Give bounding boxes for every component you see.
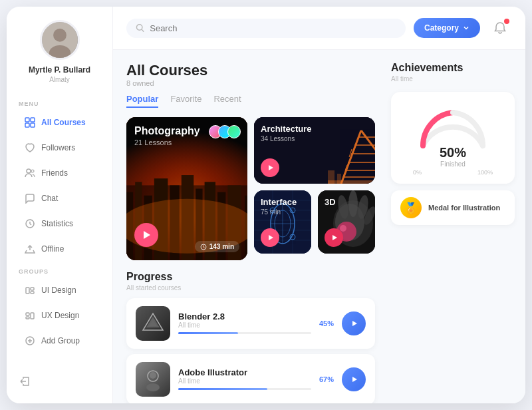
achievements-subtitle: All time — [391, 75, 515, 83]
sidebar-item-followers[interactable]: Followers — [12, 136, 107, 160]
sidebar-item-add-group[interactable]: Add Group — [12, 329, 107, 353]
adobe-play-button[interactable] — [342, 367, 366, 391]
add-group-icon — [24, 335, 36, 347]
sidebar-item-friends[interactable]: Friends — [12, 161, 107, 185]
svg-rect-13 — [26, 313, 29, 315]
blender-sub: All time — [178, 321, 311, 329]
notification-dot — [504, 19, 509, 24]
bottom-small-cards: Interface 75 min — [254, 190, 375, 254]
heart-icon — [24, 142, 36, 154]
arch-play-button[interactable] — [261, 158, 279, 177]
search-bar[interactable] — [126, 19, 406, 38]
interface-lessons: 75 min — [261, 208, 305, 216]
user-name: Myrtle P. Bullard — [29, 65, 90, 75]
arch-title: Architecture — [261, 124, 368, 134]
play-button[interactable] — [134, 223, 158, 247]
user-location: Almaty — [49, 76, 70, 83]
3d-card-content: 3D — [318, 190, 375, 254]
achievements-section: Achievements All time 50% Finished 0% — [386, 50, 525, 403]
tab-recent[interactable]: Recent — [213, 94, 241, 108]
category-button[interactable]: Category — [414, 18, 480, 38]
svg-rect-10 — [26, 288, 29, 294]
svg-rect-12 — [31, 292, 34, 294]
progress-card-adobe: Adobe Illustrator All time 67% — [126, 354, 375, 403]
blender-progress-track — [178, 332, 311, 334]
small-cards-column: Architecture 34 Lessons — [254, 117, 375, 254]
app-container: Myrtle P. Bullard Almaty Menu All Course… — [7, 7, 525, 403]
sidebar-item-chat[interactable]: Chat — [12, 186, 107, 210]
course-card-3d[interactable]: 3D — [318, 190, 375, 254]
notification-button[interactable] — [488, 16, 512, 40]
statistics-label: Statistics — [41, 219, 73, 228]
search-input[interactable] — [150, 23, 396, 33]
logout-section[interactable] — [7, 369, 112, 397]
progress-card-blender: Blender 2.8 All time 45% — [126, 298, 375, 349]
blender-progress-fill — [178, 332, 238, 334]
sidebar-item-offline[interactable]: Offline — [12, 237, 107, 261]
medal-card: 🏅 Medal for Illustration — [391, 190, 515, 225]
chat-icon — [24, 192, 36, 204]
course-card-photography[interactable]: Photography 21 Lessons — [126, 117, 247, 260]
avatar — [40, 20, 80, 60]
medal-icon: 🏅 — [400, 197, 422, 218]
clock-icon — [200, 244, 207, 250]
play-icon — [144, 231, 150, 239]
courses-grid: Photography 21 Lessons — [126, 117, 375, 260]
svg-point-83 — [146, 383, 160, 391]
gauge-percent: 50% — [440, 145, 466, 160]
content-left: All Courses 8 owned Popular Favorite Rec… — [113, 50, 386, 403]
gauge-container: 50% Finished 0% 100% — [391, 92, 515, 184]
progress-title: Progress — [126, 271, 375, 283]
interface-card-content: Interface 75 min — [254, 190, 311, 254]
svg-rect-14 — [26, 317, 29, 319]
sidebar: Myrtle P. Bullard Almaty Menu All Course… — [7, 7, 113, 403]
page-subtitle: 8 owned — [126, 79, 375, 87]
friends-icon — [24, 167, 36, 179]
course-card-interface[interactable]: Interface 75 min — [254, 190, 311, 254]
search-icon — [136, 23, 144, 33]
sidebar-item-all-courses[interactable]: All Courses — [12, 110, 107, 134]
blender-thumbnail — [136, 306, 170, 341]
card-content: Photography 21 Lessons — [126, 117, 247, 260]
blender-play-icon — [352, 321, 357, 326]
menu-label: Menu — [7, 94, 112, 110]
sidebar-item-ui-design[interactable]: UI Design — [12, 278, 107, 302]
offline-icon — [24, 243, 36, 255]
tab-popular[interactable]: Popular — [126, 94, 158, 108]
tabs: Popular Favorite Recent — [126, 94, 375, 108]
svg-rect-5 — [25, 123, 29, 127]
achievements-title: Achievements — [391, 62, 515, 74]
progress-section: Progress All started courses Blen — [126, 271, 375, 403]
content-area: All Courses 8 owned Popular Favorite Rec… — [113, 50, 525, 403]
gauge-min: 0% — [413, 169, 422, 176]
tab-favorite[interactable]: Favorite — [170, 94, 201, 108]
sidebar-item-ux-design[interactable]: UX Design — [12, 304, 107, 327]
adobe-thumbnail — [136, 362, 170, 397]
ui-design-icon — [24, 284, 36, 296]
svg-rect-4 — [31, 118, 35, 122]
ux-design-icon — [24, 309, 36, 321]
arch-play-icon — [269, 165, 273, 170]
medal-text: Medal for Illustration — [428, 204, 500, 212]
main-content: Category All Courses 8 owned Popu — [113, 7, 525, 403]
svg-rect-11 — [31, 288, 34, 290]
adobe-progress-fill — [178, 388, 267, 390]
page-title: All Courses — [126, 62, 375, 79]
3d-play-icon — [332, 235, 337, 240]
3d-play-button[interactable] — [325, 228, 343, 247]
adobe-name: Adobe Illustrator — [178, 367, 311, 377]
blender-info: Blender 2.8 All time — [178, 311, 311, 335]
blender-play-button[interactable] — [342, 311, 366, 335]
svg-point-84 — [150, 372, 156, 379]
header: Category — [113, 7, 525, 50]
course-card-architecture[interactable]: Architecture 34 Lessons — [254, 117, 375, 184]
gauge-max: 100% — [477, 169, 493, 176]
svg-rect-3 — [25, 118, 29, 122]
chevron-down-icon — [463, 25, 469, 31]
mini-avatar-3 — [227, 125, 241, 138]
avatars-row — [209, 125, 241, 138]
interface-play-button[interactable] — [261, 228, 279, 247]
gauge-label: Finished — [440, 160, 466, 168]
gauge-minmax: 0% 100% — [413, 169, 493, 176]
sidebar-item-statistics[interactable]: Statistics — [12, 212, 107, 236]
